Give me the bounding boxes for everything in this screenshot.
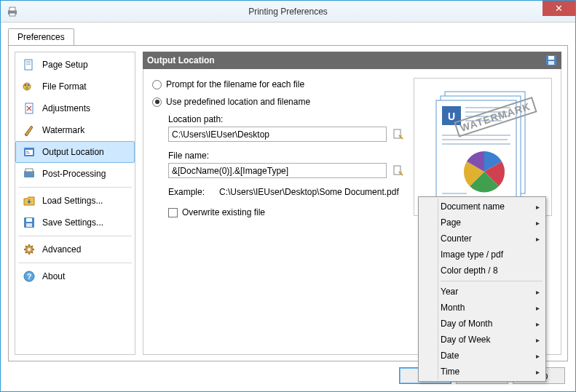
ctx-item-day-of-month[interactable]: Day of Month <box>420 316 544 332</box>
sidebar-item-adjustments[interactable]: Adjustments <box>15 97 135 119</box>
page-setup-icon <box>22 57 36 72</box>
svg-rect-18 <box>25 169 33 172</box>
sidebar: Page Setup File Format Adjustments Water… <box>15 52 135 355</box>
example-value: C:\Users\IEUser\Desktop\Some Document.pd… <box>219 187 399 197</box>
svg-point-24 <box>28 248 31 251</box>
checkbox-icon <box>168 208 178 217</box>
sidebar-separator <box>18 187 132 188</box>
filename-macro-button[interactable] <box>391 164 406 178</box>
location-input[interactable] <box>168 127 387 142</box>
tabstrip: Preferences <box>8 28 568 45</box>
sidebar-item-label: Save Settings... <box>42 217 103 228</box>
sidebar-item-label: Page Setup <box>42 60 88 70</box>
svg-rect-31 <box>394 166 401 175</box>
svg-rect-5 <box>26 61 31 62</box>
printer-icon <box>7 6 18 17</box>
load-icon <box>22 193 36 208</box>
sidebar-item-label: Adjustments <box>42 103 90 113</box>
svg-rect-29 <box>548 61 554 65</box>
sidebar-item-file-format[interactable]: File Format <box>15 76 135 97</box>
titlebar: Printing Preferences ✕ <box>1 1 575 23</box>
sidebar-item-about[interactable]: ? About <box>15 265 135 287</box>
svg-point-9 <box>25 84 27 87</box>
ctx-item-day-of-week[interactable]: Day of Week <box>420 332 544 348</box>
post-processing-icon <box>22 167 36 181</box>
svg-rect-15 <box>26 151 28 152</box>
sidebar-item-output-location[interactable]: Output Location <box>15 141 135 163</box>
sidebar-item-load-settings[interactable]: Load Settings... <box>15 190 135 212</box>
context-menu: Document name Page Counter Image type / … <box>418 196 546 382</box>
ctx-item-document-name[interactable]: Document name <box>420 199 544 215</box>
checkbox-label: Overwrite existing file <box>182 207 265 217</box>
preview-pane: U WATERMARK <box>414 78 552 216</box>
radio-icon <box>152 97 162 107</box>
browse-location-button[interactable] <box>391 127 406 142</box>
ctx-item-image-type[interactable]: Image type / pdf <box>420 247 544 263</box>
tab-preferences[interactable]: Preferences <box>8 28 74 45</box>
sidebar-item-watermark[interactable]: Watermark <box>15 119 135 141</box>
example-label: Example: <box>168 187 205 197</box>
svg-point-10 <box>28 84 30 87</box>
window: Printing Preferences ✕ Preferences Page … <box>0 0 576 392</box>
svg-rect-14 <box>25 150 33 155</box>
svg-rect-22 <box>26 223 32 227</box>
sidebar-item-label: Load Settings... <box>42 196 103 206</box>
close-button[interactable]: ✕ <box>543 1 575 16</box>
save-header-icon[interactable] <box>545 55 557 66</box>
sidebar-item-save-settings[interactable]: Save Settings... <box>15 212 135 233</box>
svg-text:U: U <box>448 111 455 122</box>
svg-rect-30 <box>394 129 401 138</box>
svg-rect-1 <box>9 7 15 11</box>
sidebar-item-label: Watermark <box>42 125 84 135</box>
ctx-item-year[interactable]: Year <box>420 284 544 300</box>
svg-text:?: ? <box>27 272 32 281</box>
sidebar-item-label: File Format <box>42 81 87 92</box>
output-location-icon <box>22 145 36 159</box>
ctx-item-page[interactable]: Page <box>420 215 544 231</box>
sidebar-item-page-setup[interactable]: Page Setup <box>15 54 135 76</box>
sidebar-separator <box>18 263 132 263</box>
ctx-item-color-depth[interactable]: Color depth / 8 <box>420 263 544 279</box>
sidebar-item-label: Post-Processing <box>42 169 106 179</box>
file-format-icon <box>22 79 36 94</box>
watermark-icon <box>22 123 36 137</box>
svg-rect-7 <box>26 64 31 65</box>
ctx-item-counter[interactable]: Counter <box>420 231 544 247</box>
svg-rect-2 <box>9 13 15 16</box>
svg-rect-28 <box>548 56 554 60</box>
svg-rect-16 <box>26 153 30 153</box>
save-icon <box>22 215 36 230</box>
sidebar-item-label: Advanced <box>42 244 81 255</box>
svg-point-3 <box>15 11 15 12</box>
ctx-item-month[interactable]: Month <box>420 300 544 316</box>
radio-label: Use predefined location and filename <box>166 97 310 107</box>
context-separator <box>441 281 543 281</box>
sidebar-item-label: About <box>42 271 65 281</box>
svg-point-11 <box>26 87 28 89</box>
help-icon: ? <box>22 269 36 284</box>
svg-rect-6 <box>26 63 31 63</box>
sidebar-item-advanced[interactable]: Advanced <box>15 239 135 260</box>
sidebar-item-label: Output Location <box>42 147 104 157</box>
ctx-item-time[interactable]: Time <box>420 364 544 380</box>
close-icon: ✕ <box>555 3 563 14</box>
gear-icon <box>22 242 36 257</box>
sidebar-separator <box>18 236 132 236</box>
filename-input[interactable] <box>168 163 387 178</box>
section-header: Output Location <box>143 52 561 69</box>
ctx-item-date[interactable]: Date <box>420 348 544 364</box>
section-title: Output Location <box>147 55 215 65</box>
radio-label: Prompt for the filename for each file <box>166 79 304 89</box>
adjustments-icon <box>22 101 36 116</box>
svg-rect-21 <box>26 218 32 222</box>
window-title: Printing Preferences <box>1 7 575 17</box>
radio-icon <box>152 80 162 89</box>
sidebar-item-post-processing[interactable]: Post-Processing <box>15 163 135 185</box>
svg-point-19 <box>31 172 33 174</box>
